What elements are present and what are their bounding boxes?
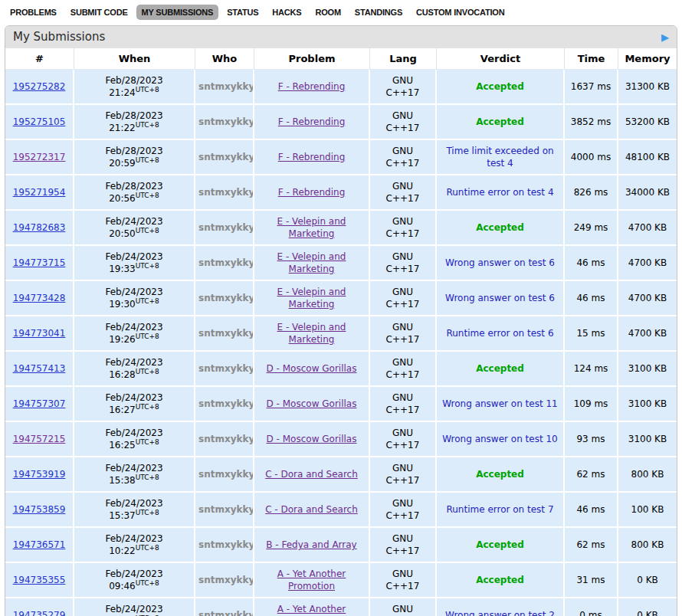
username[interactable]: sntmxykky [198, 363, 254, 374]
submission-id-link[interactable]: 194773428 [13, 293, 66, 303]
verdict-label[interactable]: Accepted [476, 575, 524, 585]
problem-link[interactable]: E - Velepin and Marketing [277, 216, 346, 239]
exec-time-label: 31 ms [576, 575, 605, 585]
submission-lang-cell: GNU C++17 [370, 175, 437, 211]
nav-item-room[interactable]: ROOM [310, 5, 346, 20]
nav-item-hacks[interactable]: HACKS [267, 5, 307, 20]
username[interactable]: sntmxykky [198, 187, 254, 198]
nav-item-submit-code[interactable]: SUBMIT CODE [65, 5, 133, 20]
verdict-label[interactable]: Runtime error on test 4 [446, 187, 553, 198]
username[interactable]: sntmxykky [198, 469, 254, 480]
verdict-label[interactable]: Accepted [476, 363, 524, 374]
username[interactable]: sntmxykky [198, 539, 254, 550]
problem-link[interactable]: F - Rebrending [278, 152, 346, 162]
username[interactable]: sntmxykky [198, 610, 254, 616]
timezone-label: UTC+8 [136, 262, 159, 270]
submission-date: Feb/24/2023 [77, 532, 191, 545]
submission-id-link[interactable]: 194757307 [13, 398, 66, 409]
nav-item-standings[interactable]: STANDINGS [349, 5, 408, 20]
column-header: Time [565, 48, 618, 70]
verdict-label[interactable]: Accepted [476, 222, 524, 233]
username[interactable]: sntmxykky [198, 293, 254, 303]
submission-time-cell: 46 ms [565, 281, 618, 316]
verdict-label[interactable]: Wrong answer on test 6 [445, 293, 555, 303]
problem-link[interactable]: E - Velepin and Marketing [277, 287, 346, 310]
submission-verdict-cell: Accepted [437, 211, 565, 246]
submission-who-cell: sntmxykky [195, 105, 254, 140]
username[interactable]: sntmxykky [198, 222, 254, 233]
submission-id-link[interactable]: 195275105 [13, 116, 66, 127]
verdict-label[interactable]: Time limit exceeded on test 4 [446, 146, 553, 169]
verdict-label[interactable]: Wrong answer on test 6 [445, 257, 555, 268]
problem-link[interactable]: A - Yet Another Promotion [277, 568, 346, 591]
problem-link[interactable]: F - Rebrending [278, 116, 346, 127]
column-header: When [74, 48, 195, 70]
submission-memory-cell: 0 KB [618, 563, 677, 598]
username[interactable]: sntmxykky [198, 398, 254, 409]
submission-id-link[interactable]: 194773041 [13, 328, 66, 339]
timezone-label: UTC+8 [136, 473, 159, 481]
submission-id-link[interactable]: 194773715 [13, 257, 66, 268]
verdict-label[interactable]: Accepted [476, 469, 524, 480]
submission-verdict-cell: Wrong answer on test 11 [437, 387, 565, 422]
verdict-label[interactable]: Runtime error on test 7 [446, 504, 553, 515]
verdict-label[interactable]: Runtime error on test 6 [446, 328, 553, 339]
submission-id-link[interactable]: 195271954 [13, 187, 66, 198]
problem-link[interactable]: F - Rebrending [278, 187, 346, 198]
verdict-label[interactable]: Wrong answer on test 11 [442, 398, 557, 409]
submission-memory-cell: 3100 KB [618, 387, 677, 422]
submission-id-link[interactable]: 194753859 [13, 504, 66, 515]
submission-id-link[interactable]: 194753919 [13, 469, 66, 480]
submission-id-link[interactable]: 194782683 [13, 222, 66, 233]
username[interactable]: sntmxykky [198, 257, 254, 268]
problem-link[interactable]: D - Moscow Gorillas [267, 363, 357, 374]
problem-link[interactable]: B - Fedya and Array [266, 539, 356, 550]
submission-id-cell: 195272317 [5, 140, 74, 175]
verdict-label[interactable]: Accepted [476, 81, 524, 92]
nav-item-custom-invocation[interactable]: CUSTOM INVOCATION [411, 5, 510, 20]
table-row: 194757413Feb/24/202316:28UTC+8sntmxykkyD… [5, 352, 677, 387]
submission-id-link[interactable]: 194757413 [13, 363, 66, 374]
submission-id-link[interactable]: 194757215 [13, 434, 66, 444]
username[interactable]: sntmxykky [198, 575, 254, 585]
username[interactable]: sntmxykky [198, 116, 254, 127]
problem-link[interactable]: A - Yet Another Promotion [277, 604, 346, 616]
panel-caption: My Submissions ▶ [5, 26, 677, 48]
problem-link[interactable]: D - Moscow Gorillas [267, 398, 357, 409]
memory-label: 31300 KB [625, 81, 670, 92]
verdict-label[interactable]: Accepted [476, 116, 524, 127]
table-header-row: #WhenWhoProblemLangVerdictTimeMemory [5, 48, 677, 70]
submission-when-cell: Feb/24/202309:46UTC+8 [74, 563, 195, 598]
problem-link[interactable]: D - Moscow Gorillas [267, 434, 357, 444]
username[interactable]: sntmxykky [198, 434, 254, 444]
verdict-label[interactable]: Wrong answer on test 10 [442, 434, 557, 444]
submission-id-link[interactable]: 194736571 [13, 539, 66, 550]
submission-id-link[interactable]: 195272317 [13, 152, 66, 162]
table-row: 194735355Feb/24/202309:46UTC+8sntmxykkyA… [5, 563, 677, 598]
username[interactable]: sntmxykky [198, 81, 254, 92]
problem-link[interactable]: E - Velepin and Marketing [277, 251, 346, 274]
submission-memory-cell: 31300 KB [618, 70, 677, 105]
nav-item-problems[interactable]: PROBLEMS [5, 5, 62, 20]
username[interactable]: sntmxykky [198, 328, 254, 339]
problem-link[interactable]: E - Velepin and Marketing [277, 322, 346, 345]
submission-verdict-cell: Wrong answer on test 10 [437, 422, 565, 457]
table-row: 194773428Feb/24/202319:30UTC+8sntmxykkyE… [5, 281, 677, 316]
username[interactable]: sntmxykky [198, 152, 254, 162]
problem-link[interactable]: C - Dora and Search [265, 504, 358, 515]
expand-arrow-icon[interactable]: ▶ [661, 32, 669, 42]
submission-id-link[interactable]: 194735279 [13, 610, 66, 616]
table-row: 194757307Feb/24/202316:27UTC+8sntmxykkyD… [5, 387, 677, 422]
nav-item-my-submissions[interactable]: MY SUBMISSIONS [136, 5, 219, 20]
submission-lang-cell: GNU C++17 [370, 352, 437, 387]
problem-link[interactable]: C - Dora and Search [265, 469, 358, 480]
username[interactable]: sntmxykky [198, 504, 254, 515]
submission-id-cell: 194773428 [5, 281, 74, 316]
nav-item-status[interactable]: STATUS [221, 5, 264, 20]
submission-id-link[interactable]: 194735355 [13, 575, 66, 585]
submission-id-link[interactable]: 195275282 [13, 81, 66, 92]
timezone-label: UTC+8 [136, 156, 159, 164]
problem-link[interactable]: F - Rebrending [278, 81, 346, 92]
verdict-label[interactable]: Wrong answer on test 2 [445, 610, 555, 616]
verdict-label[interactable]: Accepted [476, 539, 524, 550]
